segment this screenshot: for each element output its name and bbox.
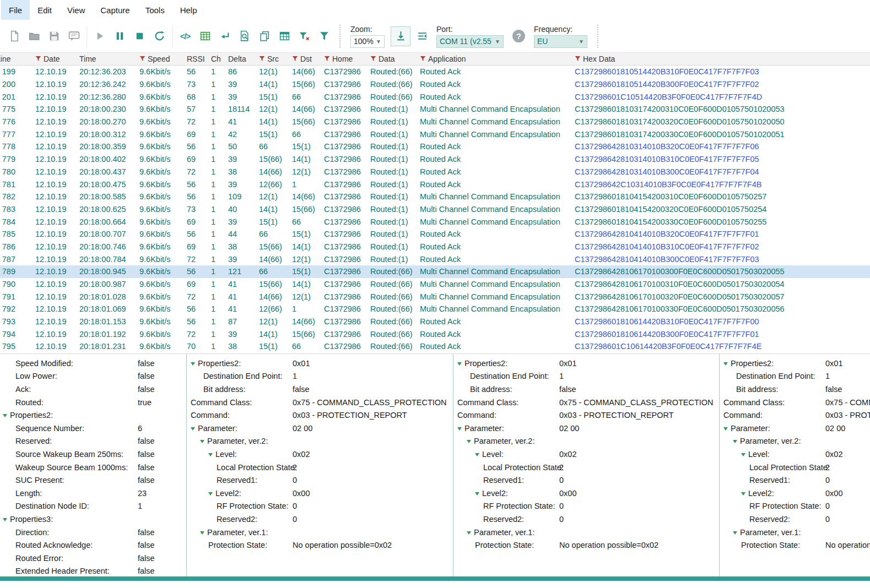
property-row[interactable]: Protection State: No operation possible=… xyxy=(723,538,870,552)
property-row[interactable]: Parameter, ver.2: xyxy=(457,435,719,448)
property-row[interactable]: Reserved1: 0 xyxy=(191,473,453,487)
property-row[interactable]: Destination End Point: 1 xyxy=(723,370,870,383)
copy-button[interactable] xyxy=(255,26,274,46)
table-row[interactable]: 779 12.10.19 20:18:00.402 9.6Kbit/s 69 1… xyxy=(0,153,870,166)
property-row[interactable]: Level: 0x02 xyxy=(191,448,453,461)
property-row[interactable]: Reserved1: 0 xyxy=(723,473,870,487)
property-row[interactable]: Parameter, ver.1: xyxy=(191,526,453,539)
property-row[interactable]: Length: 23 xyxy=(3,487,186,500)
zoom-select[interactable]: 100% ▼ xyxy=(350,35,385,48)
property-row[interactable]: Reserved1: 0 xyxy=(457,473,719,487)
property-row[interactable]: Level2: 0x00 xyxy=(191,487,453,500)
column-header-rssi[interactable]: RSSI xyxy=(184,53,207,65)
expander-icon[interactable] xyxy=(3,414,7,417)
property-row[interactable]: Properties2: 0x01 xyxy=(723,357,870,370)
property-row[interactable]: Properties2: 0x01 xyxy=(457,357,719,370)
table-row[interactable]: 199 12.10.19 20:12:36.203 9.6Kbit/s 56 1… xyxy=(0,66,870,78)
expander-icon[interactable] xyxy=(733,531,737,535)
start-capture-button[interactable] xyxy=(90,26,110,46)
restart-capture-button[interactable] xyxy=(149,26,169,46)
property-row[interactable]: Ack: false xyxy=(3,383,186,396)
property-row[interactable]: Level2: 0x00 xyxy=(723,487,870,500)
expander-icon[interactable] xyxy=(3,518,7,521)
column-header-data[interactable]: Data xyxy=(366,53,417,65)
property-row[interactable]: Reserved: false xyxy=(3,435,186,448)
expander-icon[interactable] xyxy=(457,427,462,431)
table-row[interactable]: 780 12.10.19 20:18:00.437 9.6Kbit/s 72 1… xyxy=(0,166,870,178)
property-row[interactable]: Local Protection State: 2 xyxy=(723,461,870,474)
property-row[interactable]: Low Power: false xyxy=(3,370,186,383)
column-header-src[interactable]: Src xyxy=(255,53,288,65)
filter-icon[interactable] xyxy=(139,56,145,62)
property-row[interactable]: Sequence Number: 6 xyxy=(3,422,186,435)
property-row[interactable]: Protection State: No operation possible=… xyxy=(191,538,453,552)
table-row[interactable]: 777 12.10.19 20:18:00.312 9.6Kbit/s 69 1… xyxy=(0,128,870,140)
column-header-speed[interactable]: Speed xyxy=(137,53,184,65)
pause-capture-button[interactable] xyxy=(110,26,129,46)
property-row[interactable]: Routed Acknowledge: false xyxy=(3,538,186,552)
property-row[interactable]: Protection State: No operation possible=… xyxy=(457,538,719,552)
expander-icon[interactable] xyxy=(208,492,213,496)
table-row[interactable]: 784 12.10.19 20:18:00.664 9.6Kbit/s 69 1… xyxy=(0,215,870,228)
wrap-lines-button[interactable] xyxy=(412,26,432,46)
filter-icon[interactable] xyxy=(420,56,426,62)
comment-button[interactable] xyxy=(64,26,84,46)
menu-item[interactable]: View xyxy=(60,0,93,20)
table-row[interactable]: 795 12.10.19 20:18:01.231 9.6Kbit/s 70 1… xyxy=(0,340,870,353)
search-button[interactable] xyxy=(235,26,255,46)
column-header-dst[interactable]: Dst xyxy=(288,53,320,65)
column-header-home[interactable]: Home xyxy=(320,53,366,65)
menu-item[interactable]: Edit xyxy=(30,0,60,20)
property-row[interactable]: Speed Modified: false xyxy=(3,357,186,370)
filter-icon[interactable] xyxy=(324,56,330,62)
property-row[interactable]: Reserved2: 0 xyxy=(457,513,719,526)
table-row[interactable]: 781 12.10.19 20:18:00.475 9.6Kbit/s 56 1… xyxy=(0,178,870,190)
filter-icon[interactable] xyxy=(575,56,581,62)
property-row[interactable]: Wakeup Source Beam 1000ms: false xyxy=(3,461,186,474)
property-row[interactable]: Command: 0x03 - PROTECTION_REPORT xyxy=(723,409,870,422)
property-row[interactable]: Source Wakeup Beam 250ms: false xyxy=(3,448,186,461)
table-row[interactable]: 790 12.10.19 20:18:00.987 9.6Kbit/s 69 1… xyxy=(0,278,870,291)
frequency-select[interactable]: EU ▼ xyxy=(534,35,587,48)
new-file-button[interactable] xyxy=(4,26,24,46)
table-row[interactable]: 776 12.10.19 20:18:00.270 9.6Kbit/s 72 1… xyxy=(0,116,870,128)
property-row[interactable]: Properties2: xyxy=(3,409,186,422)
expander-icon[interactable] xyxy=(475,492,479,496)
menu-item[interactable]: File xyxy=(1,0,30,20)
table-row[interactable]: 794 12.10.19 20:18:01.192 9.6Kbit/s 72 1… xyxy=(0,328,870,340)
table-row[interactable]: 792 12.10.19 20:18:01.069 9.6Kbit/s 56 1… xyxy=(0,303,870,315)
property-row[interactable]: Command Class: 0x75 - COMMAND_CLASS_PROT… xyxy=(457,396,719,409)
table-row[interactable]: 201 12.10.19 20:12:36.280 9.6Kbit/s 68 1… xyxy=(0,90,870,103)
property-row[interactable]: Destination End Point: 1 xyxy=(191,370,453,383)
property-row[interactable]: Level2: 0x00 xyxy=(457,487,719,500)
property-row[interactable]: Destination Node ID: 1 xyxy=(3,500,186,513)
expander-icon[interactable] xyxy=(200,531,204,535)
property-row[interactable]: Parameter: 02 00 xyxy=(457,422,719,435)
expander-icon[interactable] xyxy=(191,362,195,366)
property-row[interactable]: Routed Error: false xyxy=(3,552,186,565)
goto-line-button[interactable] xyxy=(215,26,235,46)
property-row[interactable]: RF Protection State: 0 xyxy=(723,500,870,513)
column-header-application[interactable]: Application xyxy=(417,53,573,65)
view-table-button[interactable] xyxy=(195,26,215,46)
property-row[interactable]: Extended Header Present: false xyxy=(3,565,186,577)
property-row[interactable]: Parameter, ver.2: xyxy=(191,435,453,448)
filter-icon[interactable] xyxy=(292,56,298,62)
property-row[interactable]: Direction: false xyxy=(3,526,186,539)
table-row[interactable]: 782 12.10.19 20:18:00.585 9.6Kbit/s 56 1… xyxy=(0,190,870,203)
table-row[interactable]: 789 12.10.19 20:18:00.945 9.6Kbit/s 56 1… xyxy=(0,265,870,278)
property-row[interactable]: SUC Present: false xyxy=(3,473,186,487)
expander-icon[interactable] xyxy=(467,440,471,443)
property-row[interactable]: Command: 0x03 - PROTECTION_REPORT xyxy=(457,409,719,422)
property-row[interactable]: Bit address: false xyxy=(191,383,453,396)
open-file-button[interactable] xyxy=(24,26,44,46)
filter-button[interactable] xyxy=(314,26,334,46)
filter-icon[interactable] xyxy=(370,56,376,62)
property-row[interactable]: Bit address: false xyxy=(723,383,870,396)
expander-icon[interactable] xyxy=(723,427,728,431)
property-row[interactable]: Routed: true xyxy=(3,396,186,409)
menu-item[interactable]: Help xyxy=(172,0,205,20)
property-row[interactable]: RF Protection State: 0 xyxy=(457,500,719,513)
save-button[interactable] xyxy=(44,26,64,46)
stop-capture-button[interactable] xyxy=(129,26,149,46)
